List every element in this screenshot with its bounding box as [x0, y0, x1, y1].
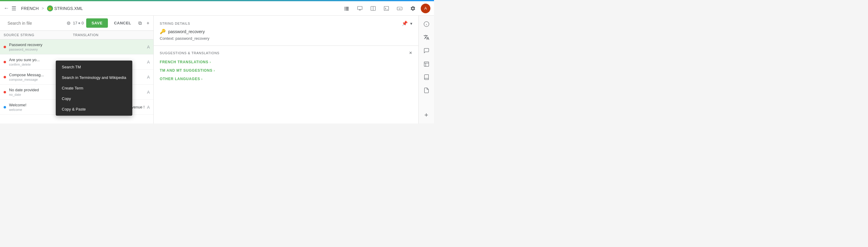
cancel-button[interactable]: CANCEL [110, 19, 135, 28]
info-sidebar-button[interactable] [421, 18, 433, 30]
settings-button[interactable] [407, 3, 418, 14]
suggestions-panel: SUGGESTIONS & TRANSLATIONS ✕ FRENCH TRAN… [154, 46, 418, 123]
file-sidebar-button[interactable] [421, 84, 433, 96]
comment-sidebar-button[interactable] [421, 44, 433, 57]
tm-mt-label: TM AND MT SUGGESTIONS [160, 68, 213, 72]
terminal-button[interactable] [381, 3, 392, 14]
table-row[interactable]: Password recovery password_recovery A [0, 39, 153, 55]
header: ← ☰ FRENCH > 🐸 STRINGS.XML A [0, 1, 434, 16]
other-languages-label: OTHER LANGUAGES [160, 77, 200, 81]
auto-translate-icon: A [147, 90, 150, 95]
counter-zero: 0 [82, 21, 84, 25]
add-sidebar-button[interactable]: + [421, 109, 433, 121]
main-layout: ⊜ 17 0 SAVE CANCEL ⧉ + − ⋮ SOURCE STRING… [0, 16, 434, 123]
file-type-icon: 🐸 [47, 5, 53, 11]
breadcrumb: FRENCH > 🐸 STRINGS.XML [21, 5, 83, 11]
close-suggestions-icon[interactable]: ✕ [409, 51, 412, 55]
back-button[interactable]: ← [4, 5, 9, 11]
auto-translate-icon: A [147, 75, 150, 80]
svg-rect-2 [344, 8, 345, 9]
other-languages-button[interactable]: OTHER LANGUAGES › [160, 77, 412, 81]
french-translations-arrow: › [210, 61, 211, 64]
toolbar: ⊜ 17 0 SAVE CANCEL ⧉ + − ⋮ [0, 16, 153, 31]
key-name: password_recovery [168, 29, 205, 34]
svg-rect-13 [397, 7, 402, 10]
svg-rect-11 [384, 6, 389, 10]
status-dot [4, 46, 6, 48]
copy-icon[interactable]: ⧉ [137, 19, 143, 27]
search-input[interactable] [4, 18, 64, 29]
other-languages-section: OTHER LANGUAGES › [160, 77, 412, 81]
context-menu-copy[interactable]: Copy [56, 93, 132, 104]
french-translations-button[interactable]: FRENCH TRANSLATIONS › [160, 60, 412, 64]
string-content: Password recovery password_recovery [9, 42, 145, 51]
save-button[interactable]: SAVE [86, 19, 108, 28]
right-panel: STRING DETAILS 📌 ▾ 🔑 password_recovery C… [154, 16, 418, 123]
status-dot [4, 61, 6, 63]
list-view-button[interactable] [341, 3, 352, 14]
menu-button[interactable]: ☰ [11, 5, 16, 12]
avatar[interactable]: A [421, 4, 430, 13]
tm-mt-suggestions-section: TM AND MT SUGGESTIONS › [160, 68, 412, 72]
source-column-header: SOURCE STRING [4, 33, 73, 37]
french-translations-section: FRENCH TRANSLATIONS › [160, 60, 412, 64]
auto-translate-icon: A [147, 44, 150, 50]
other-languages-arrow: › [201, 78, 203, 81]
header-right: A [341, 3, 430, 14]
far-right-sidebar: + [418, 16, 434, 123]
auto-translate-icon: A [147, 105, 150, 110]
svg-rect-3 [346, 8, 349, 9]
svg-rect-1 [346, 7, 349, 7]
column-headers: SOURCE STRING TRANSLATION [0, 31, 153, 39]
file-name: STRINGS.XML [54, 6, 83, 11]
french-translations-label: FRENCH TRANSLATIONS [160, 60, 209, 64]
status-dot [4, 106, 6, 109]
svg-rect-6 [358, 6, 362, 10]
keyboard-button[interactable] [394, 3, 405, 14]
translate-sidebar-button[interactable] [421, 31, 433, 43]
string-list: Password recovery password_recovery A Se… [0, 39, 153, 123]
breadcrumb-separator: > [41, 6, 44, 10]
counter-value: 17 [73, 21, 77, 25]
counter-dot [79, 22, 80, 24]
context-menu: Search TM Search in Terminology and Wiki… [56, 61, 132, 116]
svg-rect-0 [344, 7, 345, 7]
svg-rect-5 [346, 9, 349, 10]
expand-icon[interactable]: ▾ [410, 21, 412, 26]
book-sidebar-button[interactable] [421, 71, 433, 83]
key-row: 🔑 password_recovery [160, 29, 412, 34]
svg-rect-22 [424, 62, 429, 66]
context-menu-copy-paste[interactable]: Copy & Paste [56, 104, 132, 115]
context-label: Context: password_recovery [160, 36, 412, 41]
status-dot [4, 76, 6, 78]
context-menu-search-tm[interactable]: Search TM [56, 62, 132, 72]
string-details-panel: STRING DETAILS 📌 ▾ 🔑 password_recovery C… [154, 16, 418, 46]
context-menu-search-terminology[interactable]: Search in Terminology and Wikipedia [56, 72, 132, 83]
string-source-text: Password recovery [9, 42, 145, 47]
key-icon: 🔑 [160, 29, 166, 34]
header-left: ← ☰ FRENCH > 🐸 STRINGS.XML [4, 5, 341, 12]
tm-mt-arrow: › [214, 69, 215, 72]
breadcrumb-main: FRENCH [21, 6, 38, 11]
layout-button[interactable] [368, 3, 378, 14]
history-sidebar-button[interactable] [421, 58, 433, 70]
context-menu-create-term[interactable]: Create Term [56, 83, 132, 93]
svg-rect-4 [344, 9, 345, 10]
suggestions-title: SUGGESTIONS & TRANSLATIONS [160, 51, 219, 55]
status-dot [4, 91, 6, 93]
string-key-text: password_recovery [9, 48, 145, 51]
left-panel: ⊜ 17 0 SAVE CANCEL ⧉ + − ⋮ SOURCE STRING… [0, 16, 154, 123]
translation-column-header: TRANSLATION [73, 33, 98, 37]
filter-icon[interactable]: ⊜ [67, 20, 70, 26]
counter-badge: 17 0 [73, 21, 84, 25]
string-details-title: STRING DETAILS [160, 22, 190, 25]
auto-translate-icon: A [147, 60, 150, 64]
pin-icon[interactable]: 📌 [402, 21, 408, 26]
add-string-icon[interactable]: + [145, 19, 150, 27]
screen-icon-button[interactable] [354, 3, 365, 14]
tm-mt-suggestions-button[interactable]: TM AND MT SUGGESTIONS › [160, 68, 412, 72]
